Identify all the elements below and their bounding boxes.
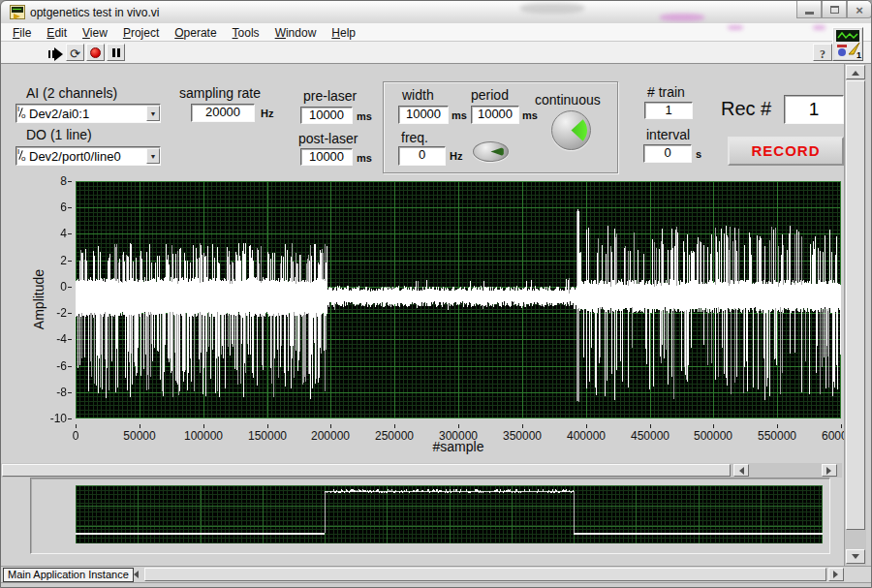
glass-smudge-pink bbox=[660, 14, 704, 21]
x-tick-label: 400000 bbox=[557, 424, 615, 443]
vi-icon[interactable]: 1 bbox=[832, 27, 863, 61]
period-label: period bbox=[471, 87, 509, 103]
interval-label: interval bbox=[646, 127, 690, 142]
menu-item-project[interactable]: Project bbox=[115, 24, 167, 42]
run-continuously-icon: ⟳ bbox=[70, 46, 80, 61]
do-line-selector[interactable]: Io Dev2/port0/line0 ▼ bbox=[16, 146, 161, 166]
scroll-left-button[interactable] bbox=[733, 464, 749, 477]
chevron-down-icon[interactable]: ▼ bbox=[146, 106, 160, 121]
pre-laser-field[interactable]: 10000 bbox=[300, 107, 353, 124]
arrow-right-icon bbox=[826, 467, 835, 475]
help-icon: ? bbox=[820, 47, 825, 61]
y-tick-label: 4 bbox=[29, 228, 72, 239]
graph-h-scrollbar[interactable] bbox=[1, 463, 842, 478]
record-button[interactable]: RECORD bbox=[728, 137, 844, 166]
glass-smudge bbox=[520, 3, 584, 14]
resize-grip[interactable] bbox=[848, 568, 871, 582]
ai-channel-selector[interactable]: Io Dev2/ai0:1 ▼ bbox=[16, 104, 161, 123]
scroll-up-button[interactable] bbox=[846, 65, 865, 79]
arrow-left-icon bbox=[735, 467, 744, 475]
y-tick-label: 2 bbox=[29, 255, 72, 266]
y-tick-label: 0 bbox=[29, 281, 72, 293]
interval-unit: s bbox=[696, 148, 701, 160]
do-line-value: Dev2/port0/line0 bbox=[27, 149, 146, 164]
run-continuously-button[interactable]: ⟳ bbox=[66, 44, 84, 61]
period-field[interactable]: 10000 bbox=[471, 106, 519, 124]
green-led-wedge bbox=[555, 114, 587, 146]
restore-icon bbox=[830, 6, 839, 14]
y-tick-label: 8 bbox=[29, 175, 72, 187]
period-unit: ms bbox=[522, 109, 538, 121]
menu-item-view[interactable]: View bbox=[75, 24, 115, 42]
graph-h-scrollbar-thumb[interactable] bbox=[2, 464, 731, 477]
freq-label: freq. bbox=[401, 130, 428, 145]
freq-field[interactable]: 0 bbox=[398, 146, 446, 166]
interval-field[interactable]: 0 bbox=[643, 144, 692, 163]
panel-v-scrollbar-thumb[interactable] bbox=[846, 80, 865, 530]
panel-v-scrollbar[interactable] bbox=[844, 64, 866, 566]
train-field[interactable]: 1 bbox=[644, 102, 693, 119]
menu-item-tools[interactable]: Tools bbox=[225, 24, 267, 42]
hscroll-left-button[interactable] bbox=[129, 568, 142, 581]
scroll-right-button[interactable] bbox=[822, 464, 837, 477]
run-button[interactable] bbox=[47, 46, 64, 61]
menu-item-file[interactable]: File bbox=[5, 24, 39, 42]
abort-icon bbox=[90, 47, 101, 58]
ai-channels-label: AI (2 channels) bbox=[26, 85, 117, 101]
minimize-button[interactable] bbox=[796, 1, 822, 18]
width-unit: ms bbox=[452, 109, 467, 121]
menu-item-edit[interactable]: Edit bbox=[39, 24, 75, 42]
window-title: optgenetics test in vivo.vi bbox=[30, 6, 159, 19]
panel-h-scrollbar-thumb[interactable] bbox=[144, 568, 826, 581]
post-laser-field[interactable]: 10000 bbox=[300, 148, 353, 166]
close-button[interactable]: × bbox=[847, 1, 872, 18]
toolbar bbox=[1, 42, 872, 64]
arrow-up-icon bbox=[852, 67, 859, 76]
maximize-button[interactable] bbox=[822, 1, 847, 18]
labview-window: optgenetics test in vivo.vi × FileEditVi… bbox=[0, 0, 872, 588]
continuous-toggle-button[interactable] bbox=[551, 110, 591, 150]
x-tick-label: 450000 bbox=[621, 424, 679, 443]
rec-number-label: Rec # bbox=[721, 98, 771, 120]
screen-artifact bbox=[813, 25, 825, 30]
x-tick-label: 0 bbox=[47, 424, 105, 443]
width-field[interactable]: 10000 bbox=[398, 106, 449, 124]
arrow-down-icon bbox=[852, 554, 859, 563]
menu-item-window[interactable]: Window bbox=[267, 24, 325, 42]
freq-toggle-button[interactable] bbox=[473, 141, 509, 162]
x-tick-label: 50000 bbox=[110, 424, 169, 443]
minimize-icon bbox=[805, 12, 814, 15]
help-button[interactable]: ? bbox=[813, 44, 832, 61]
screen-artifact bbox=[728, 25, 743, 30]
x-tick-label: 200000 bbox=[301, 424, 359, 443]
menu-item-operate[interactable]: Operate bbox=[167, 24, 224, 42]
title-bar[interactable]: optgenetics test in vivo.vi × bbox=[1, 1, 872, 23]
continuous-label: continuous bbox=[535, 92, 601, 108]
x-tick-label: 150000 bbox=[238, 424, 296, 443]
pre-laser-label: pre-laser bbox=[303, 88, 357, 104]
window-bottom-border bbox=[1, 582, 872, 588]
pause-button[interactable] bbox=[107, 44, 125, 61]
abort-button[interactable] bbox=[86, 44, 105, 61]
sampling-rate-unit: Hz bbox=[261, 108, 273, 119]
width-label: width bbox=[402, 87, 434, 103]
rec-number-field[interactable]: 1 bbox=[784, 95, 844, 124]
pause-icon bbox=[112, 48, 115, 57]
app-instance-selector[interactable]: Main Application Instance bbox=[3, 568, 134, 582]
train-label: # train bbox=[647, 84, 685, 100]
sampling-rate-field[interactable]: 20000 bbox=[191, 104, 255, 122]
close-icon: × bbox=[856, 3, 863, 17]
dark-led-wedge bbox=[477, 145, 505, 158]
x-tick-label: 500000 bbox=[684, 424, 742, 443]
y-tick-label: -8 bbox=[29, 387, 72, 398]
y-tick-label: 6 bbox=[29, 201, 72, 213]
y-tick-label: -10 bbox=[29, 413, 72, 424]
arrow-left-icon bbox=[130, 571, 139, 578]
scroll-down-button[interactable] bbox=[846, 549, 865, 564]
chevron-down-icon[interactable]: ▼ bbox=[146, 148, 160, 164]
y-tick-label: -2 bbox=[29, 307, 72, 319]
menu-item-help[interactable]: Help bbox=[324, 24, 363, 42]
hscroll-right-button[interactable] bbox=[828, 568, 844, 581]
y-tick-label: -4 bbox=[29, 333, 72, 345]
window-right-border bbox=[866, 64, 872, 566]
